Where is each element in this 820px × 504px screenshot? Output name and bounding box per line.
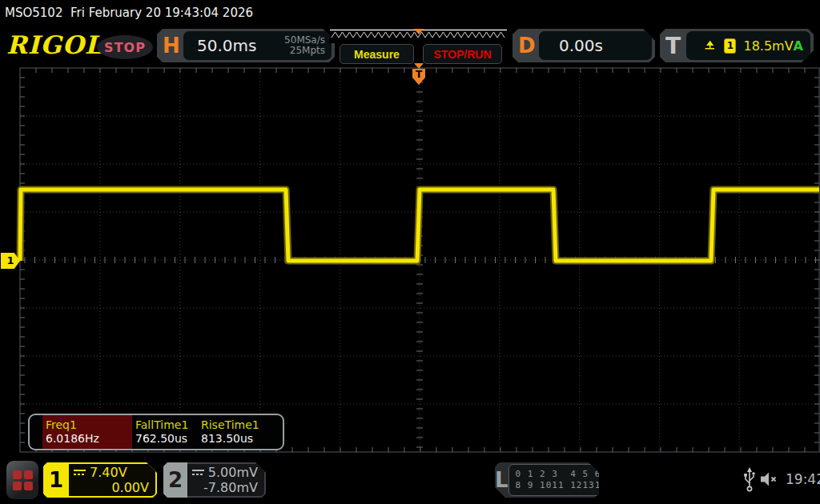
channel1-values: 7.40V 0.00V bbox=[69, 464, 155, 496]
measurement-risetime1: RiseTime1 813.50us bbox=[198, 415, 263, 449]
measurement-value: 813.50us bbox=[201, 432, 259, 446]
trigger-top-arrow bbox=[414, 63, 424, 69]
channel2-badge: 2 bbox=[163, 462, 187, 498]
channel2-values: 5.00mV -7.80mV bbox=[187, 464, 264, 496]
channel1-badge: 1 bbox=[43, 462, 69, 498]
speaker-muted-icon bbox=[759, 470, 780, 488]
measurement-falltime1: FallTime1 762.50us bbox=[132, 415, 198, 449]
clock: 19:42 bbox=[786, 471, 820, 487]
logic-badge: L bbox=[495, 468, 508, 492]
dc-coupling-icon bbox=[74, 469, 86, 476]
measurement-value: 762.50us bbox=[135, 432, 195, 446]
channel2-block[interactable]: 2 5.00mV -7.80mV bbox=[163, 462, 266, 498]
grid-icon bbox=[13, 470, 33, 490]
usb-icon bbox=[743, 467, 756, 493]
channel1-scale: 7.40V bbox=[90, 465, 127, 480]
measurement-value: 6.0186Hz bbox=[46, 432, 129, 446]
logic-channels-block[interactable]: L 0 1 2 3 4 5 6 7 8 9 1011 12131415 bbox=[495, 462, 599, 498]
channel2-scale: 5.00mV bbox=[208, 465, 258, 480]
measurement-panel[interactable]: Freq1 6.0186Hz FallTime1 762.50us RiseTi… bbox=[28, 414, 284, 450]
channel2-offset: -7.80mV bbox=[192, 480, 258, 495]
channel1-offset: 0.00V bbox=[74, 480, 149, 495]
measurement-label: FallTime1 bbox=[135, 418, 195, 432]
menu-grid-button[interactable] bbox=[6, 461, 38, 499]
measurement-label: Freq1 bbox=[46, 418, 129, 432]
oscilloscope-screen: MSO5102 Fri February 20 19:43:04 2026 RI… bbox=[0, 0, 820, 504]
measurement-freq1: Freq1 6.0186Hz bbox=[42, 415, 132, 449]
dc-coupling-icon bbox=[192, 469, 204, 476]
channel1-block[interactable]: 1 7.40V 0.00V bbox=[43, 462, 157, 498]
measurement-label: RiseTime1 bbox=[201, 418, 259, 432]
